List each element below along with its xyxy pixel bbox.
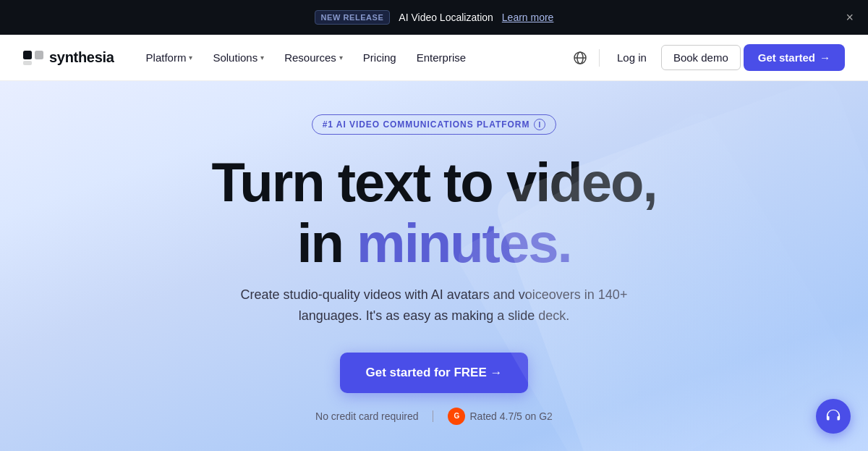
announcement-bar: NEW RELEASE AI Video Localization Learn …: [0, 0, 868, 35]
arrow-icon: →: [820, 51, 830, 64]
nav-platform[interactable]: Platform ▾: [137, 46, 202, 69]
globe-icon: [573, 51, 587, 65]
g2-rating: Rated 4.7/5 on G2: [469, 410, 552, 422]
learn-more-link[interactable]: Learn more: [502, 12, 554, 23]
nav-links: Platform ▾ Solutions ▾ Resources ▾ Prici…: [137, 46, 567, 69]
nav-divider: [599, 49, 600, 67]
hero-footer: No credit card required G Rated 4.7/5 on…: [315, 408, 553, 425]
navbar: synthesia Platform ▾ Solutions ▾ Resourc…: [0, 35, 868, 81]
footer-separator: [433, 410, 433, 422]
logo[interactable]: synthesia: [23, 49, 114, 66]
close-button[interactable]: ×: [846, 11, 854, 24]
support-chat-button[interactable]: [816, 399, 851, 434]
hero-subtitle: Create studio-quality videos with AI ava…: [231, 284, 637, 326]
nav-pricing[interactable]: Pricing: [354, 46, 405, 69]
solutions-chevron: ▾: [260, 54, 264, 62]
get-started-button[interactable]: Get started →: [744, 44, 845, 71]
resources-chevron: ▾: [339, 54, 343, 62]
hero-cta-button[interactable]: Get started for FREE →: [340, 353, 529, 393]
nav-enterprise[interactable]: Enterprise: [408, 46, 475, 69]
hero-badge: #1 AI VIDEO COMMUNICATIONS PLATFORM i: [312, 114, 557, 135]
svg-rect-1: [35, 51, 43, 59]
log-in-button[interactable]: Log in: [605, 46, 658, 69]
nav-solutions[interactable]: Solutions ▾: [204, 46, 273, 69]
svg-rect-2: [23, 61, 32, 65]
book-demo-button[interactable]: Book demo: [661, 45, 741, 70]
svg-rect-0: [23, 51, 32, 59]
info-icon[interactable]: i: [534, 119, 545, 130]
new-release-badge: NEW RELEASE: [315, 10, 391, 25]
g2-icon: G: [448, 408, 465, 425]
logo-text: synthesia: [49, 49, 114, 66]
no-credit-card-text: No credit card required: [315, 410, 418, 422]
nav-resources[interactable]: Resources ▾: [276, 46, 352, 69]
hero-section: #1 AI VIDEO COMMUNICATIONS PLATFORM i Tu…: [0, 81, 868, 451]
headphones-icon: [825, 408, 841, 424]
announcement-text: AI Video Localization: [399, 12, 493, 23]
hero-title: Turn text to video, in minutes.: [211, 152, 656, 273]
language-button[interactable]: [567, 45, 593, 71]
platform-chevron: ▾: [189, 54, 192, 62]
logo-icon: [23, 51, 43, 65]
g2-badge: G Rated 4.7/5 on G2: [448, 408, 552, 425]
nav-right: Log in Book demo Get started →: [567, 44, 845, 71]
